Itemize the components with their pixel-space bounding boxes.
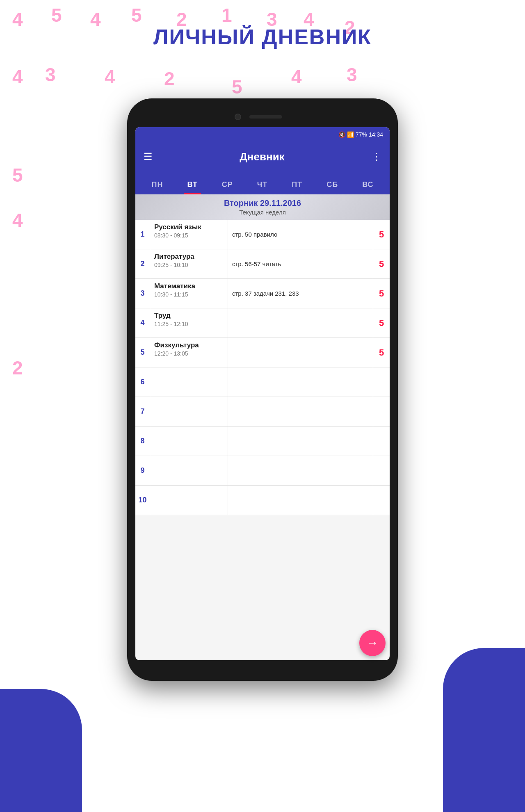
subject-name: Русский язык: [154, 223, 224, 231]
table-row: 4 Труд 11:25 - 12:10 5: [135, 308, 390, 338]
speaker: [249, 115, 282, 119]
bg-number: 5: [232, 76, 242, 98]
lesson-grade: 5: [373, 249, 390, 278]
lesson-number: 7: [135, 397, 150, 426]
lesson-grade: [373, 456, 390, 485]
schedule-table: 1 Русский язык 08:30 - 09:15 стр. 50 пра…: [135, 220, 390, 515]
table-row: 5 Физкультура 12:20 - 13:05 5: [135, 338, 390, 367]
lesson-number: 8: [135, 427, 150, 456]
subject-time: 12:20 - 13:05: [154, 350, 224, 357]
lesson-grade: [373, 397, 390, 426]
table-row: 1 Русский язык 08:30 - 09:15 стр. 50 пра…: [135, 220, 390, 249]
lesson-subject: [150, 486, 228, 515]
lesson-number: 2: [135, 249, 150, 278]
lesson-subject: [150, 427, 228, 456]
subject-time: 09:25 - 10:10: [154, 262, 224, 268]
lesson-subject: Физкультура 12:20 - 13:05: [150, 338, 228, 367]
camera-icon: [235, 114, 241, 120]
tab-wednesday[interactable]: СР: [219, 176, 236, 194]
app-title: Дневник: [240, 151, 284, 163]
date-text: Вторник 29.11.2016: [139, 198, 386, 208]
lesson-number: 10: [135, 486, 150, 515]
table-row: 10: [135, 486, 390, 515]
table-row: 6: [135, 367, 390, 397]
lesson-homework: [228, 367, 373, 397]
fab-button[interactable]: →: [359, 630, 386, 656]
lesson-subject: Литература 09:25 - 10:10: [150, 249, 228, 278]
bg-number: 4: [105, 66, 115, 88]
mute-icon: 🔇: [338, 131, 345, 138]
bg-number: 4: [12, 66, 23, 88]
phone-mockup: 🔇 📶 77% 14:34 ☰ Дневник ⋮ ПН ВТ СР ЧТ ПТ…: [127, 98, 398, 681]
tab-monday[interactable]: ПН: [148, 176, 166, 194]
battery-text: 77%: [356, 131, 367, 138]
phone-screen: 🔇 📶 77% 14:34 ☰ Дневник ⋮ ПН ВТ СР ЧТ ПТ…: [135, 127, 390, 660]
subject-time: 10:30 - 11:15: [154, 291, 224, 298]
subject-time: 11:25 - 12:10: [154, 321, 224, 327]
lesson-number: 6: [135, 367, 150, 397]
lesson-subject: [150, 397, 228, 426]
lesson-homework: [228, 397, 373, 426]
bg-number: 4: [12, 209, 23, 231]
lesson-grade: 5: [373, 308, 390, 338]
lesson-grade: 5: [373, 279, 390, 308]
lesson-grade: [373, 486, 390, 515]
bg-number: 4: [291, 66, 302, 88]
corner-decoration-bl: [0, 689, 82, 812]
bg-number: 3: [45, 64, 56, 86]
subject-name: Физкультура: [154, 341, 224, 349]
table-row: 9: [135, 456, 390, 486]
table-row: 8: [135, 427, 390, 456]
signal-icon: 📶: [347, 131, 354, 138]
lesson-subject: [150, 456, 228, 485]
date-header: Вторник 29.11.2016 Текущая неделя: [135, 194, 390, 220]
table-row: 7: [135, 397, 390, 427]
phone-top-bar: [135, 107, 390, 127]
tab-sunday[interactable]: ВС: [359, 176, 377, 194]
status-icons: 🔇 📶 77% 14:34: [338, 131, 383, 138]
subject-name: Труд: [154, 312, 224, 320]
lesson-subject: Труд 11:25 - 12:10: [150, 308, 228, 338]
lesson-homework: [228, 486, 373, 515]
bg-number: 2: [164, 68, 175, 90]
tab-tuesday[interactable]: ВТ: [184, 176, 201, 194]
phone-frame: 🔇 📶 77% 14:34 ☰ Дневник ⋮ ПН ВТ СР ЧТ ПТ…: [127, 98, 398, 681]
lesson-homework: [228, 427, 373, 456]
page-title: ЛИЧНЫЙ ДНЕВНИК: [0, 25, 525, 49]
tab-friday[interactable]: ПТ: [288, 176, 306, 194]
lesson-subject: [150, 367, 228, 397]
lesson-grade: [373, 367, 390, 397]
bg-number: 3: [347, 64, 357, 86]
more-button[interactable]: ⋮: [372, 151, 381, 162]
lesson-homework: стр. 56-57 читать: [228, 249, 373, 278]
lesson-homework: [228, 456, 373, 485]
bg-number: 5: [131, 4, 142, 26]
lesson-number: 5: [135, 338, 150, 367]
status-bar: 🔇 📶 77% 14:34: [135, 127, 390, 142]
tab-saturday[interactable]: СБ: [323, 176, 341, 194]
lesson-grade: 5: [373, 220, 390, 249]
lesson-number: 3: [135, 279, 150, 308]
bg-number: 5: [12, 164, 23, 186]
subject-time: 08:30 - 09:15: [154, 232, 224, 239]
table-row: 3 Математика 10:30 - 11:15 стр. 37 задач…: [135, 279, 390, 308]
menu-button[interactable]: ☰: [144, 152, 153, 162]
app-header: ☰ Дневник ⋮: [135, 142, 390, 171]
subject-name: Литература: [154, 253, 224, 261]
lesson-subject: Математика 10:30 - 11:15: [150, 279, 228, 308]
day-tabs: ПН ВТ СР ЧТ ПТ СБ ВС: [135, 171, 390, 194]
lesson-grade: [373, 427, 390, 456]
bg-number: 5: [51, 4, 62, 26]
lesson-homework: стр. 50 правило: [228, 220, 373, 249]
time-text: 14:34: [369, 131, 383, 138]
table-row: 2 Литература 09:25 - 10:10 стр. 56-57 чи…: [135, 249, 390, 279]
lesson-subject: Русский язык 08:30 - 09:15: [150, 220, 228, 249]
lesson-homework: стр. 37 задачи 231, 233: [228, 279, 373, 308]
lesson-number: 9: [135, 456, 150, 485]
tab-thursday[interactable]: ЧТ: [254, 176, 271, 194]
lesson-homework: [228, 338, 373, 367]
bg-number: 1: [221, 4, 232, 26]
bg-number: 2: [12, 357, 23, 379]
lesson-grade: 5: [373, 338, 390, 367]
lesson-homework: [228, 308, 373, 338]
